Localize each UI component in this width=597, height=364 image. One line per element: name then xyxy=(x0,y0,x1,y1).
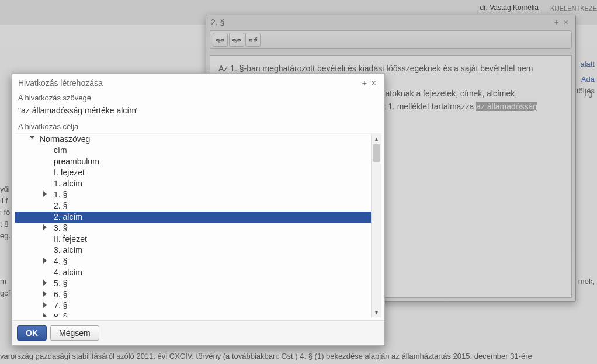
tree-node[interactable]: 6. § xyxy=(15,289,372,300)
dialog-title: Hivatkozás létrehozása xyxy=(18,78,103,88)
reference-target-label: A hivatkozás célja xyxy=(12,121,384,134)
tree-node-label[interactable]: 2. alcím xyxy=(15,212,372,223)
scroll-down-icon[interactable]: ▾ xyxy=(372,307,381,317)
tree-node-label[interactable]: 3. alcím xyxy=(15,245,372,256)
tree-node-label[interactable]: 6. § xyxy=(15,289,372,300)
dialog-footer: OK Mégsem xyxy=(12,320,384,345)
tree-node-label[interactable]: I. fejezet xyxy=(15,167,372,178)
chevron-right-icon[interactable] xyxy=(43,302,47,308)
chevron-right-icon[interactable] xyxy=(43,280,47,286)
chevron-down-icon[interactable] xyxy=(29,136,35,139)
tree-node-label[interactable]: 5. § xyxy=(15,278,372,289)
tree-node[interactable]: I. fejezet xyxy=(15,167,372,178)
reference-text-label: A hivatkozás szövege xyxy=(12,92,384,106)
tree-container: NormaszövegcímpreambulumI. fejezet1. alc… xyxy=(15,133,381,317)
chevron-right-icon[interactable] xyxy=(43,291,47,297)
scroll-up-icon[interactable]: ▴ xyxy=(372,134,381,144)
tree-node-label[interactable]: cím xyxy=(15,145,372,156)
ok-button[interactable]: OK xyxy=(17,325,47,341)
tree-node[interactable]: Normaszöveg xyxy=(15,134,372,145)
tree-node-label[interactable]: II. fejezet xyxy=(15,234,372,245)
tree-node[interactable]: 4. alcím xyxy=(15,267,372,278)
tree-node-label[interactable]: 7. § xyxy=(15,300,372,311)
cancel-button[interactable]: Mégsem xyxy=(50,325,99,341)
tree-node[interactable]: 3. alcím xyxy=(15,245,372,256)
tree-node[interactable]: 5. § xyxy=(15,278,372,289)
chevron-right-icon[interactable] xyxy=(43,313,47,317)
tree-node-label[interactable]: 8. § xyxy=(15,311,372,317)
tree-node[interactable]: 7. § xyxy=(15,300,372,311)
tree-node[interactable]: 1. § xyxy=(15,189,372,200)
tree-node[interactable]: 3. § xyxy=(15,223,372,234)
tree-node[interactable]: 4. § xyxy=(15,256,372,267)
vertical-scrollbar[interactable]: ▴ ▾ xyxy=(371,134,381,317)
reference-text-value: "az államadósság mértéke alcím" xyxy=(12,106,384,121)
tree-node-label[interactable]: 1. § xyxy=(15,189,372,200)
tree-node-label[interactable]: 2. § xyxy=(15,200,372,212)
tree-node-label[interactable]: preambulum xyxy=(15,156,372,167)
close-icon[interactable]: × xyxy=(369,78,379,88)
create-reference-dialog: Hivatkozás létrehozása + × A hivatkozás … xyxy=(12,73,385,346)
tree-node[interactable]: II. fejezet xyxy=(15,234,372,245)
tree-node[interactable]: 8. § xyxy=(15,311,372,317)
tree-node-label[interactable]: 1. alcím xyxy=(15,178,372,189)
tree-node-label[interactable]: Normaszöveg xyxy=(15,134,372,145)
tree-node[interactable]: cím xyxy=(15,145,372,156)
dialog-titlebar[interactable]: Hivatkozás létrehozása + × xyxy=(12,74,384,92)
maximize-icon[interactable]: + xyxy=(360,78,369,88)
chevron-right-icon[interactable] xyxy=(43,224,47,230)
scroll-thumb[interactable] xyxy=(373,144,380,162)
tree-node-label[interactable]: 4. § xyxy=(15,256,372,267)
tree-node[interactable]: 1. alcím xyxy=(15,178,372,189)
tree-node-label[interactable]: 3. § xyxy=(15,223,372,234)
tree-node-label[interactable]: 4. alcím xyxy=(15,267,372,278)
tree-node[interactable]: 2. alcím xyxy=(15,212,372,223)
tree-root: NormaszövegcímpreambulumI. fejezet1. alc… xyxy=(15,134,372,317)
tree-node[interactable]: preambulum xyxy=(15,156,372,167)
tree-node[interactable]: 2. § xyxy=(15,200,372,212)
chevron-right-icon[interactable] xyxy=(43,191,47,197)
chevron-right-icon[interactable] xyxy=(43,258,47,264)
